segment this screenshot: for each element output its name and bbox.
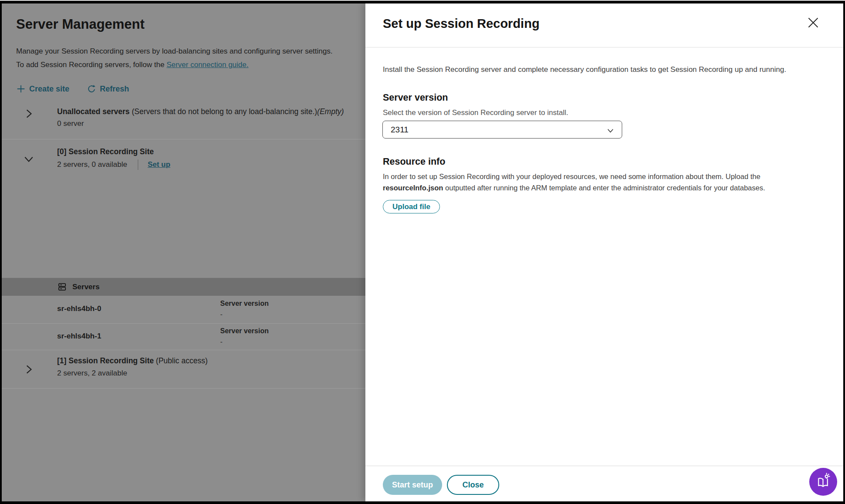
site-row-1[interactable]: [1] Session Recording Site (Public acces…	[2, 350, 365, 389]
description-line2-text: To add Session Recording servers, follow…	[16, 61, 167, 69]
servers-header-row[interactable]: Servers	[2, 278, 365, 296]
window-top-strip	[0, 0, 845, 1]
page-title: Server Management	[16, 17, 145, 32]
panel-header: Set up Session Recording	[365, 3, 843, 47]
site-row-unallocated[interactable]: Unallocated servers (Servers that do not…	[2, 102, 365, 139]
chevron-down-icon[interactable]	[23, 153, 34, 165]
server-version-value: -	[220, 311, 269, 318]
subtitle-separator	[138, 159, 138, 170]
start-setup-button[interactable]: Start setup	[383, 475, 442, 495]
close-button[interactable]: Close	[447, 475, 499, 495]
help-book-icon	[814, 473, 832, 491]
server-row-0[interactable]: sr-ehls4bh-0 Server version -	[2, 296, 365, 324]
upload-file-button[interactable]: Upload file	[383, 200, 440, 213]
close-icon	[805, 15, 821, 32]
servers-header-label: Servers	[72, 283, 99, 291]
page-description-line2: To add Session Recording servers, follow…	[16, 61, 249, 69]
panel-intro-text: Install the Session Recording server and…	[383, 65, 786, 74]
server-stack-icon	[57, 282, 67, 292]
resource-info-heading: Resource info	[383, 156, 445, 167]
site-row-subtitle: 0 server	[57, 119, 84, 128]
server-version-cell: Server version -	[220, 300, 269, 318]
server-name: sr-ehls4bh-0	[57, 304, 101, 313]
set-up-link[interactable]: Set up	[148, 160, 170, 169]
server-version-value: -	[220, 338, 269, 346]
help-fab-button[interactable]	[809, 468, 837, 496]
server-version-label: Server version	[220, 300, 269, 308]
server-version-selected-value: 2311	[391, 125, 409, 135]
server-version-description: Select the version of Session Recording …	[383, 108, 568, 117]
plus-icon	[16, 84, 26, 94]
site-row-subtitle: 2 servers, 2 available	[57, 369, 127, 378]
refresh-button[interactable]: Refresh	[87, 84, 129, 94]
site-row-subtitle: 2 servers, 0 available Set up	[57, 159, 170, 170]
server-version-label: Server version	[220, 327, 269, 335]
server-name: sr-ehls4bh-1	[57, 332, 101, 341]
site-row-title: Unallocated servers (Servers that do not…	[57, 107, 344, 116]
app-viewport: Server Management Manage your Session Re…	[2, 3, 843, 501]
close-panel-button[interactable]	[805, 15, 821, 31]
create-site-button[interactable]: Create site	[16, 84, 69, 94]
chevron-right-icon[interactable]	[23, 364, 34, 375]
server-connection-guide-link[interactable]: Server connection guide.	[167, 61, 249, 69]
server-version-select[interactable]: 2311	[382, 121, 622, 139]
page-description-line1: Manage your Session Recording servers by…	[16, 47, 333, 56]
server-row-1[interactable]: sr-ehls4bh-1 Server version -	[2, 323, 365, 350]
screenshot-frame: Server Management Manage your Session Re…	[0, 0, 845, 504]
resource-info-description: In order to set up Session Recording wit…	[383, 171, 785, 193]
site-row-0[interactable]: [0] Session Recording Site 2 servers, 0 …	[2, 139, 365, 179]
panel-footer: Start setup Close	[365, 466, 843, 501]
resource-info-json-filename: resourceInfo.json	[383, 184, 443, 192]
server-management-page: Server Management Manage your Session Re…	[2, 3, 365, 501]
server-version-cell: Server version -	[220, 327, 269, 346]
select-chevron-icon	[606, 126, 615, 137]
refresh-label: Refresh	[100, 85, 129, 94]
server-version-heading: Server version	[383, 92, 448, 103]
refresh-icon	[87, 84, 96, 94]
setup-session-recording-panel: Set up Session Recording Install the Ses…	[365, 3, 843, 501]
create-site-label: Create site	[29, 85, 69, 94]
chevron-right-icon[interactable]	[23, 108, 34, 119]
site-row-title: [1] Session Recording Site (Public acces…	[57, 356, 208, 365]
page-actions: Create site Refresh	[16, 84, 129, 94]
panel-title: Set up Session Recording	[383, 17, 539, 31]
site-row-title: [0] Session Recording Site	[57, 147, 154, 156]
